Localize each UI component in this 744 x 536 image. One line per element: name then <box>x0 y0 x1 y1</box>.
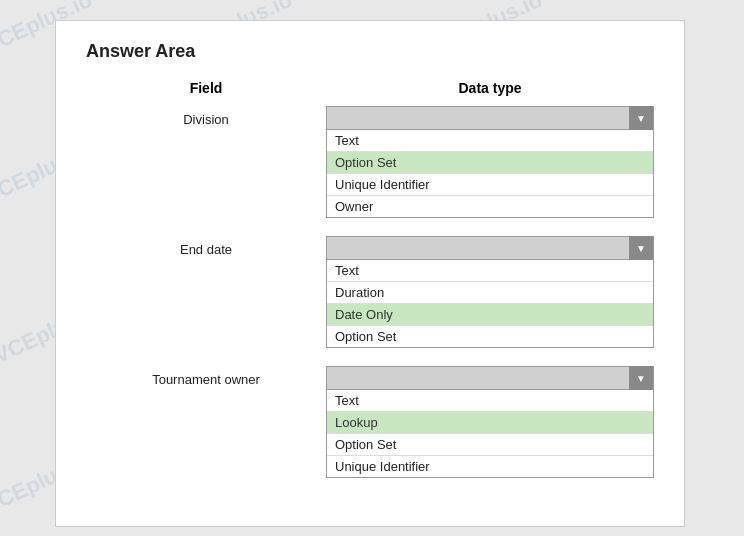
dropdown-item[interactable]: Owner <box>327 196 653 217</box>
dropdown-arrow-icon[interactable]: ▼ <box>629 106 653 130</box>
table-row: Tournament owner▼TextLookupOption SetUni… <box>86 366 654 478</box>
table-header: Field Data type <box>86 80 654 96</box>
dropdown-list: TextLookupOption SetUnique Identifier <box>326 390 654 478</box>
dropdown-item[interactable]: Date Only <box>327 304 653 326</box>
dropdown-list: TextOption SetUnique IdentifierOwner <box>326 130 654 218</box>
dropdown-item[interactable]: Unique Identifier <box>327 174 653 196</box>
answer-area-card: Answer Area Field Data type Division▼Tex… <box>55 20 685 527</box>
dropdown-list: TextDurationDate OnlyOption Set <box>326 260 654 348</box>
dropdown-arrow-icon[interactable]: ▼ <box>629 236 653 260</box>
dropdown-arrow-icon[interactable]: ▼ <box>629 366 653 390</box>
dropdown-container[interactable]: ▼TextDurationDate OnlyOption Set <box>326 236 654 348</box>
column-field-header: Field <box>86 80 326 96</box>
dropdown-item[interactable]: Text <box>327 390 653 412</box>
table-row: End date▼TextDurationDate OnlyOption Set <box>86 236 654 348</box>
dropdown-container[interactable]: ▼TextLookupOption SetUnique Identifier <box>326 366 654 478</box>
dropdown-header[interactable]: ▼ <box>326 236 654 260</box>
dropdown-item[interactable]: Unique Identifier <box>327 456 653 477</box>
dropdown-item[interactable]: Duration <box>327 282 653 304</box>
field-label: Division <box>86 106 326 127</box>
field-label: End date <box>86 236 326 257</box>
dropdown-item[interactable]: Option Set <box>327 326 653 347</box>
column-datatype-header: Data type <box>326 80 654 96</box>
rows-container: Division▼TextOption SetUnique Identifier… <box>86 106 654 478</box>
field-label: Tournament owner <box>86 366 326 387</box>
dropdown-header[interactable]: ▼ <box>326 366 654 390</box>
dropdown-item[interactable]: Lookup <box>327 412 653 434</box>
dropdown-item[interactable]: Text <box>327 130 653 152</box>
dropdown-item[interactable]: Text <box>327 260 653 282</box>
dropdown-header[interactable]: ▼ <box>326 106 654 130</box>
table-row: Division▼TextOption SetUnique Identifier… <box>86 106 654 218</box>
page-title: Answer Area <box>86 41 654 62</box>
dropdown-item[interactable]: Option Set <box>327 152 653 174</box>
dropdown-item[interactable]: Option Set <box>327 434 653 456</box>
dropdown-container[interactable]: ▼TextOption SetUnique IdentifierOwner <box>326 106 654 218</box>
